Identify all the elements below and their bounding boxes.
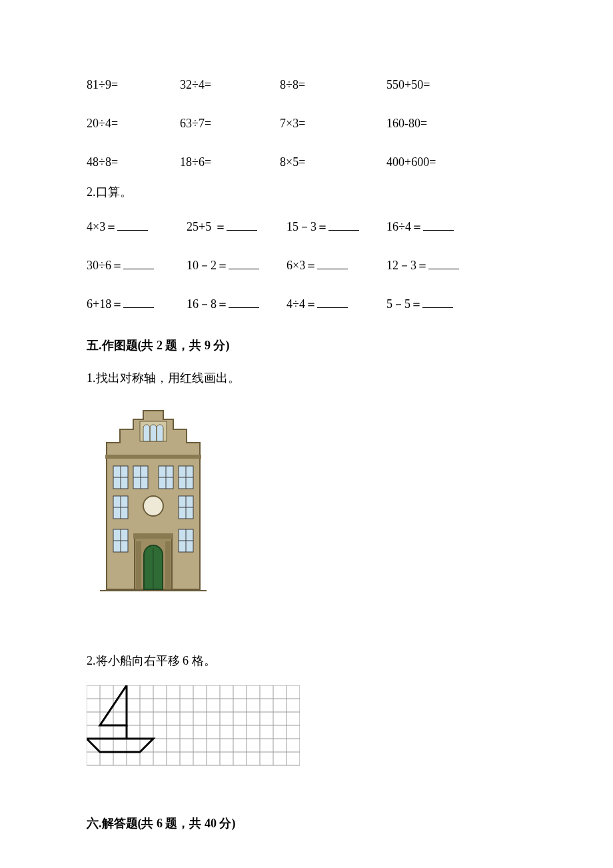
math-cell: 400+600= bbox=[386, 151, 506, 173]
fill-cell: 4×3＝ bbox=[87, 215, 187, 238]
math-cell: 160-80= bbox=[386, 112, 506, 135]
math-cell: 7×3= bbox=[280, 112, 386, 135]
fill-cell: 4÷4＝ bbox=[287, 293, 386, 315]
section-5-title: 五.作图题(共 2 题，共 9 分) bbox=[87, 334, 526, 357]
math-cell: 48÷8= bbox=[87, 151, 180, 173]
math-cell: 63÷7= bbox=[180, 112, 280, 135]
svg-rect-2 bbox=[105, 455, 201, 459]
fill-cell: 10－2＝ bbox=[187, 254, 287, 277]
svg-rect-31 bbox=[136, 541, 141, 589]
math-grid: 81÷9= 32÷4= 8÷8= 550+50= 20÷4= 63÷7= 7×3… bbox=[87, 73, 526, 174]
fill-cell: 16－8＝ bbox=[187, 293, 287, 315]
fill-cell: 25+5 ＝ bbox=[187, 215, 287, 238]
fill-cell: 6+18＝ bbox=[87, 293, 187, 315]
svg-marker-61 bbox=[87, 739, 153, 752]
section-6-title: 六.解答题(共 6 题，共 40 分) bbox=[87, 812, 526, 835]
svg-rect-30 bbox=[133, 533, 173, 539]
math-cell: 32÷4= bbox=[180, 73, 280, 96]
math-cell: 550+50= bbox=[386, 73, 506, 96]
fill-cell: 5－5＝ bbox=[386, 293, 486, 315]
sub-label: 2.口算。 bbox=[87, 181, 526, 203]
svg-point-8 bbox=[143, 496, 163, 516]
fill-cell: 16÷4＝ bbox=[386, 215, 486, 238]
math-cell: 8÷8= bbox=[280, 73, 386, 96]
fill-cell: 30÷6＝ bbox=[87, 254, 187, 277]
q2-text: 2.将小船向右平移 6 格。 bbox=[87, 649, 526, 672]
fill-grid: 4×3＝ 25+5 ＝ 15－3＝ 16÷4＝ 30÷6＝ 10－2＝ 6×3＝… bbox=[87, 215, 526, 316]
fill-cell: 15－3＝ bbox=[287, 215, 386, 238]
q1-text: 1.找出对称轴，用红线画出。 bbox=[87, 367, 526, 389]
math-cell: 20÷4= bbox=[87, 112, 180, 135]
math-cell: 18÷6= bbox=[180, 151, 280, 173]
fill-cell: 6×3＝ bbox=[287, 254, 386, 277]
svg-rect-32 bbox=[165, 541, 171, 589]
math-cell: 8×5= bbox=[280, 151, 386, 173]
grid-boat-image bbox=[87, 685, 526, 772]
fill-cell: 12－3＝ bbox=[386, 254, 486, 277]
math-cell: 81÷9= bbox=[87, 73, 180, 96]
building-image bbox=[87, 403, 526, 603]
